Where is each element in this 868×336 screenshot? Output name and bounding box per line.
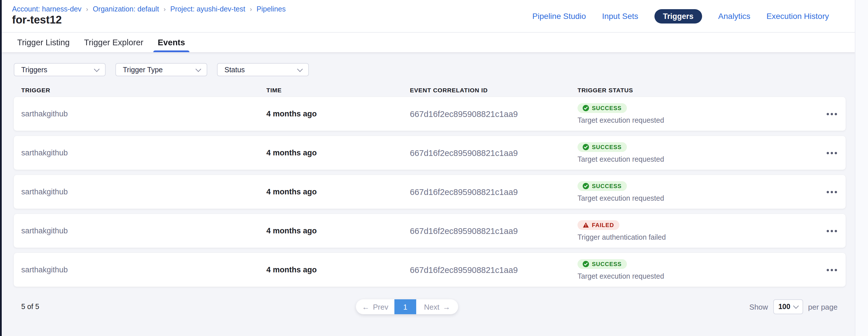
col-header-trigger: TRIGGER: [21, 87, 267, 94]
page-size-group: Show 100 per page: [749, 299, 838, 314]
scrollbar-track[interactable]: [855, 0, 868, 336]
status-badge: SUCCESS: [578, 181, 627, 191]
page-size-value: 100: [778, 303, 790, 311]
pipeline-nav: Pipeline Studio Input Sets Triggers Anal…: [532, 9, 829, 23]
success-check-icon: [583, 183, 589, 189]
triggers-filter-label: Triggers: [21, 66, 48, 74]
trigger-status-cell: SUCCESS Target execution requested: [578, 103, 805, 125]
next-page-label: Next: [424, 302, 439, 311]
triggers-filter-dropdown[interactable]: Triggers: [14, 63, 105, 76]
trigger-name: sarthakgithub: [21, 227, 267, 235]
status-badge-label: SUCCESS: [592, 183, 622, 189]
breadcrumb-pipelines[interactable]: Pipelines: [257, 6, 286, 13]
tab-events[interactable]: Events: [157, 33, 186, 52]
failed-warning-icon: [583, 222, 589, 228]
screen: Account: harness-dev › Organization: def…: [0, 0, 868, 336]
status-badge-label: FAILED: [592, 222, 614, 228]
event-time: 4 months ago: [267, 227, 410, 235]
nav-triggers-active[interactable]: Triggers: [654, 9, 702, 23]
event-time: 4 months ago: [267, 148, 410, 157]
page-header: Account: harness-dev › Organization: def…: [2, 0, 856, 32]
main-area: Account: harness-dev › Organization: def…: [2, 0, 856, 336]
tab-trigger-listing[interactable]: Trigger Listing: [16, 33, 71, 52]
row-options-button[interactable]: [826, 147, 838, 159]
status-badge-label: SUCCESS: [592, 261, 622, 267]
success-check-icon: [583, 144, 589, 150]
table-row[interactable]: sarthakgithub 4 months ago 667d16f2ec895…: [14, 214, 846, 248]
breadcrumb: Account: harness-dev › Organization: def…: [12, 6, 286, 13]
chevron-down-icon: [94, 66, 100, 72]
trigger-type-filter-label: Trigger Type: [123, 66, 163, 74]
next-page-button[interactable]: Next →: [416, 299, 458, 314]
pagination-footer: 5 of 5 ← Prev 1 Next → Show: [14, 299, 846, 314]
breadcrumb-separator-icon: ›: [86, 6, 88, 12]
success-check-icon: [583, 261, 589, 267]
breadcrumb-project[interactable]: Project: ayushi-dev-test: [170, 6, 245, 13]
row-options-button[interactable]: [826, 264, 838, 275]
nav-execution-history[interactable]: Execution History: [766, 11, 829, 21]
chevron-down-icon: [793, 303, 799, 309]
status-badge: FAILED: [578, 220, 619, 230]
event-correlation-id: 667d16f2ec895908821c1aa9: [410, 148, 578, 157]
breadcrumb-separator-icon: ›: [164, 6, 166, 12]
table-header-row: TRIGGER TIME EVENT CORRELATION ID TRIGGE…: [14, 83, 846, 97]
trigger-status-cell: FAILED Trigger authentication failed: [578, 220, 805, 241]
status-badge: SUCCESS: [578, 142, 627, 152]
trigger-tabs: Trigger Listing Trigger Explorer Events: [2, 32, 856, 52]
status-badge: SUCCESS: [578, 259, 627, 269]
status-badge: SUCCESS: [578, 103, 627, 113]
arrow-right-icon: →: [443, 302, 451, 311]
prev-page-button[interactable]: ← Prev: [356, 299, 394, 314]
page-title: for-test12: [12, 14, 286, 27]
pipeline-triggers-page: Account: harness-dev › Organization: def…: [0, 0, 868, 336]
status-badge-label: SUCCESS: [592, 105, 622, 111]
trigger-name: sarthakgithub: [21, 109, 267, 118]
breadcrumb-organization[interactable]: Organization: default: [93, 6, 159, 13]
success-check-icon: [583, 105, 589, 111]
nav-analytics[interactable]: Analytics: [718, 11, 750, 21]
table-row[interactable]: sarthakgithub 4 months ago 667d16f2ec895…: [14, 136, 846, 170]
trigger-type-filter-dropdown[interactable]: Trigger Type: [115, 63, 207, 76]
event-correlation-id: 667d16f2ec895908821c1aa9: [410, 187, 578, 196]
trigger-name: sarthakgithub: [21, 188, 267, 196]
nav-pipeline-studio[interactable]: Pipeline Studio: [532, 11, 586, 21]
trigger-status-cell: SUCCESS Target execution requested: [578, 259, 805, 280]
row-options-button[interactable]: [826, 108, 838, 120]
trigger-name: sarthakgithub: [21, 148, 267, 157]
event-time: 4 months ago: [267, 109, 410, 118]
event-correlation-id: 667d16f2ec895908821c1aa9: [410, 265, 578, 274]
status-detail: Target execution requested: [578, 116, 664, 125]
filters-row: Triggers Trigger Type Status: [2, 52, 856, 76]
status-detail: Target execution requested: [578, 156, 664, 163]
status-detail: Trigger authentication failed: [578, 233, 666, 241]
trigger-status-cell: SUCCESS Target execution requested: [578, 181, 805, 202]
chevron-down-icon: [297, 66, 303, 72]
status-filter-dropdown[interactable]: Status: [217, 63, 309, 76]
status-badge-label: SUCCESS: [592, 144, 622, 150]
header-left: Account: harness-dev › Organization: def…: [12, 6, 286, 27]
breadcrumb-account[interactable]: Account: harness-dev: [12, 6, 82, 13]
per-page-label: per page: [808, 302, 838, 311]
event-correlation-id: 667d16f2ec895908821c1aa9: [410, 226, 578, 235]
events-table: TRIGGER TIME EVENT CORRELATION ID TRIGGE…: [14, 83, 846, 287]
event-time: 4 months ago: [267, 188, 410, 196]
show-label: Show: [749, 302, 768, 311]
collapsed-sidebar-edge: [0, 0, 2, 336]
events-content: Triggers Trigger Type Status TRIGGER: [2, 52, 856, 336]
row-options-button[interactable]: [826, 186, 838, 198]
trigger-name: sarthakgithub: [21, 266, 267, 274]
table-row[interactable]: sarthakgithub 4 months ago 667d16f2ec895…: [14, 97, 846, 131]
table-row[interactable]: sarthakgithub 4 months ago 667d16f2ec895…: [14, 175, 846, 209]
nav-input-sets[interactable]: Input Sets: [602, 11, 638, 21]
table-row[interactable]: sarthakgithub 4 months ago 667d16f2ec895…: [14, 253, 846, 287]
prev-page-label: Prev: [373, 302, 388, 311]
page-number-button[interactable]: 1: [394, 299, 416, 314]
results-summary: 5 of 5: [21, 303, 39, 311]
col-header-time: TIME: [267, 87, 410, 94]
status-detail: Target execution requested: [578, 272, 664, 280]
row-options-button[interactable]: [826, 225, 838, 237]
tab-trigger-explorer[interactable]: Trigger Explorer: [83, 33, 145, 52]
status-detail: Target execution requested: [578, 194, 664, 202]
col-header-trigger-status: TRIGGER STATUS: [578, 87, 805, 94]
page-size-select[interactable]: 100: [773, 299, 803, 314]
